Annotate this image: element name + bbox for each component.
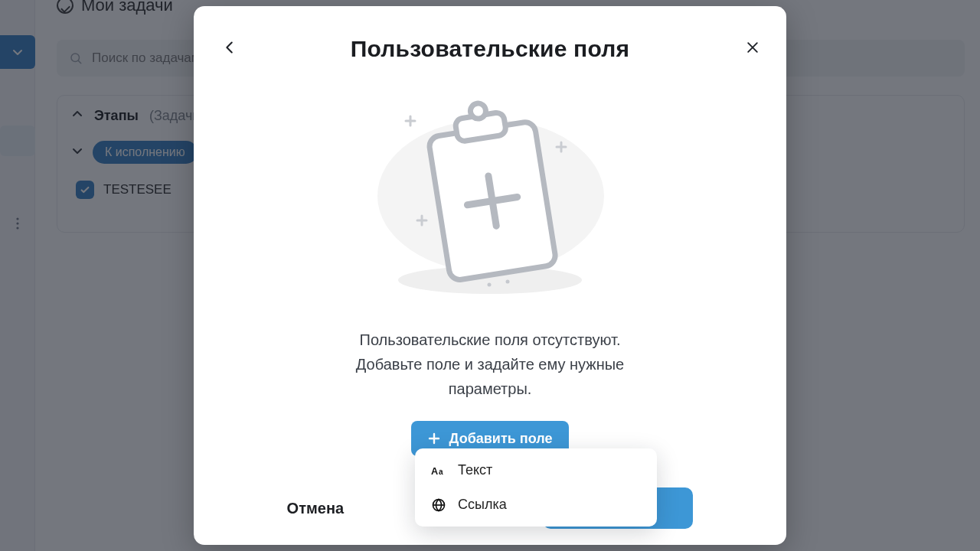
svg-point-9 — [469, 103, 487, 120]
svg-point-11 — [506, 280, 510, 284]
svg-text:a: a — [439, 467, 443, 475]
text-type-icon: Aa — [430, 465, 447, 477]
modal-header: Пользовательские поля — [194, 6, 786, 92]
empty-state-illustration — [364, 89, 616, 306]
modal-body: Пользовательские поля отсутствуют. Добав… — [194, 92, 786, 471]
chevron-left-icon — [221, 39, 238, 56]
menu-item-text-label: Текст — [458, 462, 492, 478]
modal-close-button[interactable] — [745, 40, 760, 58]
empty-line-1: Пользовательские поля отсутствуют. — [322, 328, 658, 352]
modal-back-button[interactable] — [221, 39, 238, 59]
add-field-menu: Aa Текст Ссылка — [415, 448, 657, 527]
menu-item-link-label: Ссылка — [458, 497, 507, 513]
menu-item-link[interactable]: Ссылка — [415, 487, 657, 522]
close-icon — [745, 40, 760, 55]
plus-icon — [428, 432, 440, 445]
svg-text:A: A — [431, 465, 438, 476]
svg-point-10 — [488, 283, 492, 287]
modal-title: Пользовательские поля — [351, 36, 629, 62]
cancel-button[interactable]: Отмена — [287, 500, 344, 517]
menu-item-text[interactable]: Aa Текст — [415, 453, 657, 487]
add-field-label: Добавить поле — [449, 431, 553, 447]
empty-state-text: Пользовательские поля отсутствуют. Добав… — [322, 328, 658, 401]
empty-line-2: Добавьте поле и задайте ему нужные парам… — [322, 352, 658, 401]
globe-icon — [430, 497, 447, 513]
